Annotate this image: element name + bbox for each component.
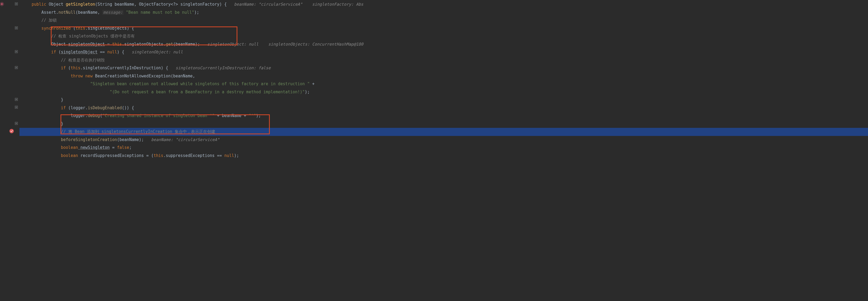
method-call: isDebugEnabled <box>88 105 122 110</box>
code-line[interactable]: throw new BeanCreationNotAllowedExceptio… <box>20 72 868 80</box>
comment: // 检查 singletonObjects 缓存中是否有 <box>51 34 135 39</box>
code: ( <box>100 113 102 118</box>
variable: singletonObject <box>61 49 97 55</box>
comment: // 加锁 <box>41 18 57 23</box>
code: .singletonsCurrentlyInDestruction) { <box>81 66 168 70</box>
params: (String beanName, ObjectFactory<?> singl… <box>95 2 227 7</box>
fold-icon[interactable] <box>15 122 18 125</box>
code-line[interactable]: "(Do not request a bean from a BeanFacto… <box>20 88 868 96</box>
code-line[interactable]: // 检查 singletonObjects 缓存中是否有 <box>20 32 868 40</box>
string: "Creating shared instance of singleton b… <box>102 113 214 118</box>
code: (logger. <box>66 105 88 110</box>
fold-icon[interactable] <box>15 2 18 5</box>
code: ( <box>71 26 75 31</box>
keyword: if <box>61 66 66 70</box>
code-line[interactable]: // 检查是否在执行销毁 <box>20 56 868 64</box>
keyword: synchronized <box>41 26 70 31</box>
code: .suppressedExceptions == <box>163 153 224 158</box>
code-line[interactable]: boolean newSingleton = false; <box>20 144 868 152</box>
code: ); <box>256 113 261 118</box>
param-hint: message: <box>102 10 123 15</box>
code-line[interactable]: // 加锁 <box>20 16 868 25</box>
code-line[interactable]: beforeSingletonCreation(beanName); beanN… <box>20 136 868 144</box>
code: ; <box>129 145 131 150</box>
string: "'" <box>249 113 256 118</box>
code: (beanName); <box>173 42 200 47</box>
code-line[interactable]: } <box>20 96 868 104</box>
code-line[interactable]: // 将 Bean 添加到 singletonsCurrentlyInCreat… <box>20 128 868 136</box>
code-line[interactable]: Object singletonObject = this.singletonO… <box>20 40 868 48</box>
keyword: false <box>117 145 129 150</box>
method-call: beforeSingletonCreation <box>61 137 117 142</box>
code: + beanName + <box>214 113 248 118</box>
code: .singletonObjects <box>85 26 127 31</box>
code: (beanName); <box>117 137 144 142</box>
code-line[interactable]: } <box>20 120 868 128</box>
string: "Bean name must not be null" <box>126 10 194 15</box>
code: .singletonObjects. <box>122 42 166 47</box>
code: ()) { <box>122 105 134 110</box>
code: logger. <box>71 113 88 118</box>
variable: recordSuppressedExceptions = ( <box>78 153 154 158</box>
code-area[interactable]: public Object getSingleton(String beanNa… <box>20 0 868 301</box>
keyword: throw <box>71 74 83 78</box>
code: ) { <box>127 26 134 31</box>
method-call: debug <box>88 113 100 118</box>
keyword: public <box>32 2 46 7</box>
method-call: get <box>166 42 173 47</box>
comment: // 检查是否在执行销毁 <box>61 58 105 63</box>
code: = <box>110 145 117 150</box>
code: ( <box>66 66 71 70</box>
editor-gutter[interactable] <box>0 0 20 301</box>
code: == <box>97 49 107 55</box>
inlay-hint: singletonObject: null <box>207 42 258 47</box>
code-line[interactable]: public Object getSingleton(String beanNa… <box>20 1 868 9</box>
method-name: getSingleton <box>66 2 95 7</box>
code: Assert. <box>41 10 58 15</box>
brace: } <box>61 121 63 126</box>
keyword: this <box>75 26 85 31</box>
code-line[interactable]: synchronized (this.singletonObjects) { <box>20 25 868 33</box>
code-line[interactable]: boolean recordSuppressedExceptions = (th… <box>20 152 868 160</box>
inlay-hint: singletonFactory: Abs <box>312 2 364 7</box>
fold-icon[interactable] <box>15 27 18 29</box>
keyword: this <box>154 153 163 158</box>
keyword: new <box>83 74 93 78</box>
code-line[interactable]: if (logger.isDebugEnabled()) { <box>20 104 868 112</box>
code: (beanName, <box>75 10 102 15</box>
code-line[interactable]: if (this.singletonsCurrentlyInDestructio… <box>20 64 868 72</box>
keyword: if <box>61 105 66 110</box>
inlay-hint: beanName: "circularServiceA" <box>151 137 220 142</box>
code-editor[interactable]: public Object getSingleton(String beanNa… <box>0 0 868 301</box>
breakpoint-icon[interactable] <box>9 129 14 133</box>
code-line[interactable]: if (singletonObject == null) { singleton… <box>20 48 868 56</box>
keyword: null <box>107 49 117 55</box>
keyword: boolean <box>61 145 78 150</box>
code-line[interactable]: logger.debug("Creating shared instance o… <box>20 112 868 120</box>
method-call: notNull <box>59 10 75 15</box>
code: + <box>310 81 315 86</box>
keyword: null <box>224 153 234 158</box>
fold-icon[interactable] <box>15 50 18 53</box>
variable: newSingleton <box>78 145 110 150</box>
keyword: if <box>51 49 56 55</box>
fold-icon[interactable] <box>15 66 18 69</box>
inlay-hint: singletonsCurrentlyInDestruction: false <box>176 66 271 70</box>
checkmark-icon <box>10 130 13 132</box>
brace: } <box>61 97 63 102</box>
string: "Singleton bean creation not allowed whi… <box>90 81 310 86</box>
comment: // 将 Bean 添加到 singletonsCurrentlyInCreat… <box>61 129 215 134</box>
code: ( <box>56 49 61 55</box>
code: ); <box>305 90 310 94</box>
code: Object <box>51 42 68 47</box>
type: Object <box>49 2 63 7</box>
code-line[interactable]: "Singleton bean creation not allowed whi… <box>20 80 868 88</box>
run-icon[interactable] <box>0 2 4 6</box>
inlay-hint: beanName: "circularServiceA" <box>234 2 303 7</box>
code: = <box>105 42 112 47</box>
fold-icon[interactable] <box>15 98 18 101</box>
code: ); <box>234 153 239 158</box>
code-line[interactable]: Assert.notNull(beanName, message: "Bean … <box>20 9 868 17</box>
code: ); <box>194 10 199 15</box>
fold-icon[interactable] <box>15 106 18 109</box>
